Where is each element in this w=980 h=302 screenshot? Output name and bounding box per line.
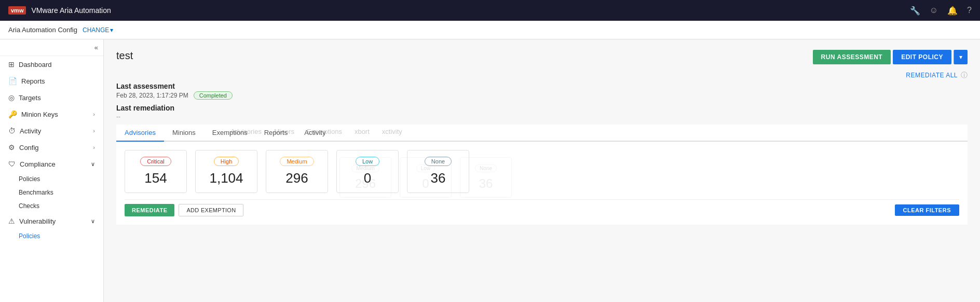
remediate-all-row: REMEDIATE ALL ⓘ [116,71,968,80]
subnav-title: Aria Automation Config [8,26,77,34]
sidebar-sub-label: Policies [19,175,40,183]
topnav-left: vmw VMware Aria Automation [8,6,111,15]
sidebar-item-label: Reports [21,77,45,85]
critical-count: 154 [135,170,176,186]
sidebar-item-label: Dashboard [19,61,52,68]
app-logo: vmw [8,6,26,15]
filter-card-medium[interactable]: Medium 296 [266,150,328,193]
edit-policy-dropdown-button[interactable]: ▾ [954,50,968,64]
subnav-change-button[interactable]: CHANGE ▾ [83,26,113,34]
sidebar-item-targets[interactable]: ◎ Targets [0,89,103,106]
remediate-all-info-icon[interactable]: ⓘ [961,71,968,80]
assessment-date: Feb 28, 2023, 1:17:29 PM [116,92,188,99]
remediate-button[interactable]: REMEDIATE [125,204,174,216]
sidebar-sub-item-vuln-policies[interactable]: Policies [0,229,103,243]
activity-icon: ⏱ [8,127,16,135]
chevron-right-icon: › [93,128,95,134]
critical-badge: Critical [140,157,171,166]
low-count: 0 [347,170,388,186]
subnav: Aria Automation Config CHANGE ▾ [0,21,980,39]
sidebar-sub-item-checks[interactable]: Checks [0,199,103,213]
chevron-right-icon: › [93,144,95,150]
main-inner: test RUN ASSESSMENT EDIT POLICY ▾ REMEDI… [104,39,980,235]
tab-activity[interactable]: Activity [296,125,334,142]
last-remediation-label: Last remediation [116,104,968,112]
remediate-all-link[interactable]: REMEDIATE ALL [906,72,958,79]
chevron-down-icon: ∨ [91,161,95,168]
sidebar-sub-label: Benchmarks [19,189,53,196]
sidebar-item-activity[interactable]: ⏱ Activity › [0,122,103,139]
filter-cards: Critical 154 High 1,104 Medium 296 [125,150,959,193]
sidebar-section-label: Compliance [20,160,56,168]
sidebar-sub-item-policies[interactable]: Policies [0,172,103,186]
sidebar-item-label: Targets [19,94,41,102]
filter-card-critical[interactable]: Critical 154 [125,150,187,193]
top-nav: vmw VMware Aria Automation 🔧 ☺ 🔔 ? [0,0,980,21]
high-badge: High [214,157,239,166]
layout: « ⊞ Dashboard 📄 Reports ◎ Targets 🔑 Mini… [0,39,980,302]
chevron-right-icon: › [93,111,95,117]
filter-card-low[interactable]: Low 0 [336,150,399,193]
page-title: test [116,50,133,62]
topnav-icons: 🔧 ☺ 🔔 ? [910,6,972,16]
subnav-chevron-icon: ▾ [110,26,113,34]
config-icon: ⚙ [8,143,15,152]
medium-badge: Medium [280,157,314,166]
app-title: VMware Aria Automation [31,6,111,15]
sidebar-collapse-button[interactable]: « [0,39,103,56]
assessment-section: Last assessment Feb 28, 2023, 1:17:29 PM… [116,82,968,120]
add-exemption-button[interactable]: ADD EXEMPTION [179,204,243,216]
sidebar-section-label: Vulnerability [19,217,56,225]
wrench-icon[interactable]: 🔧 [910,6,920,16]
tab-minions[interactable]: Minions [164,125,204,142]
tab-reports[interactable]: Reports [256,125,296,142]
reports-icon: 📄 [8,77,17,85]
sidebar-item-label: Minion Keys [21,111,58,118]
sidebar-sub-label: Checks [19,202,39,210]
sidebar-item-config[interactable]: ⚙ Config › [0,139,103,156]
low-badge: Low [356,157,379,166]
bell-icon[interactable]: 🔔 [947,6,958,16]
sidebar-item-label: Activity [20,127,41,135]
help-icon[interactable]: ? [967,6,972,15]
sidebar-item-dashboard[interactable]: ⊞ Dashboard [0,56,103,73]
main-content: test RUN ASSESSMENT EDIT POLICY ▾ REMEDI… [104,39,980,302]
status-badge: Completed [194,91,233,100]
sidebar-sub-label: Policies [19,232,40,240]
chevron-down-icon: ∨ [91,218,95,225]
filter-card-high[interactable]: High 1,104 [195,150,257,193]
run-assessment-button[interactable]: RUN ASSESSMENT [813,50,891,64]
targets-icon: ◎ [8,93,15,102]
tab-advisories[interactable]: Advisories [116,125,164,142]
assessment-row: Feb 28, 2023, 1:17:29 PM Completed [116,91,968,100]
main-tabs: Advisories Minions Exemptions Reports Ac… [116,125,968,142]
compliance-icon: 🛡 [8,160,16,168]
bottom-action-bar: REMEDIATE ADD EXEMPTION CLEAR FILTERS [125,199,959,216]
sidebar-sub-item-benchmarks[interactable]: Benchmarks [0,186,103,199]
last-remediation-value: -- [116,113,968,120]
smiley-icon[interactable]: ☺ [930,6,938,15]
bottom-bar-left: REMEDIATE ADD EXEMPTION [125,204,243,216]
edit-policy-button[interactable]: EDIT POLICY [893,50,951,64]
sidebar-item-reports[interactable]: 📄 Reports [0,73,103,89]
high-count: 1,104 [206,170,247,186]
sidebar-section-compliance[interactable]: 🛡 Compliance ∨ [0,156,103,172]
none-badge: None [425,157,452,166]
main-header: test RUN ASSESSMENT EDIT POLICY ▾ [116,50,968,64]
minion-keys-icon: 🔑 [8,110,17,118]
subnav-change-label: CHANGE [83,26,109,34]
sidebar-item-minion-keys[interactable]: 🔑 Minion Keys › [0,106,103,122]
filter-cards-area: Critical 154 High 1,104 Medium 296 [116,142,968,225]
vulnerability-icon: ⚠ [8,217,15,225]
filter-card-none[interactable]: None 36 [407,150,469,193]
none-count: 36 [418,170,458,186]
sidebar: « ⊞ Dashboard 📄 Reports ◎ Targets 🔑 Mini… [0,39,104,302]
header-buttons: RUN ASSESSMENT EDIT POLICY ▾ [813,50,968,64]
sidebar-item-label: Config [19,144,39,152]
medium-count: 296 [277,170,317,186]
dashboard-icon: ⊞ [8,60,15,68]
clear-filters-button[interactable]: CLEAR FILTERS [895,204,959,216]
tab-exemptions[interactable]: Exemptions [204,125,256,142]
sidebar-section-vulnerability[interactable]: ⚠ Vulnerability ∨ [0,213,103,229]
last-assessment-label: Last assessment [116,82,968,90]
